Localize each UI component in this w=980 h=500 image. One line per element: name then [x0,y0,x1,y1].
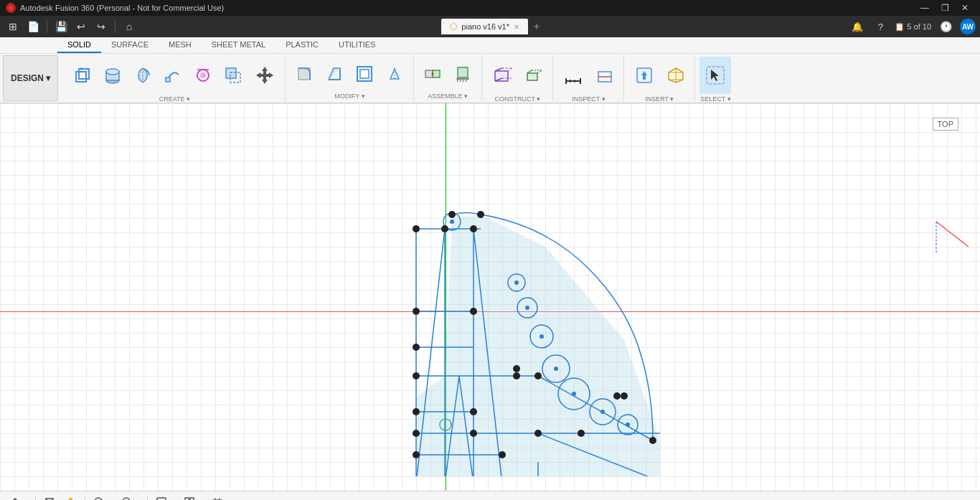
construct-group-label[interactable]: CONSTRUCT [494,95,540,103]
svg-rect-22 [458,67,468,77]
add-tab-button[interactable]: ＋ [528,18,545,35]
sweep-btn[interactable] [159,58,187,93]
svg-point-96 [534,372,542,379]
select-btn[interactable] [699,57,731,94]
inspect-group-label[interactable]: INSPECT [572,95,605,103]
construct-axis-icon [524,65,544,85]
svg-point-90 [477,211,484,218]
move-copy-icon [255,65,275,85]
shell-btn[interactable] [350,57,379,91]
section-analysis-icon [595,65,615,85]
svg-rect-13 [226,68,236,78]
sep2 [115,20,116,33]
maximize-button[interactable]: ❐ [936,0,954,16]
insert-group-label[interactable]: INSERT [645,95,674,103]
group-construct: CONSTRUCT [482,55,553,101]
svg-point-82 [572,392,576,396]
svg-point-6 [106,69,119,75]
ground-icon [453,64,473,84]
design-dropdown[interactable]: DESIGN ▾ [3,55,58,101]
clock-button[interactable]: 🕐 [937,18,954,35]
sketch-canvas [0,103,980,476]
construct-plane-btn[interactable] [486,57,518,94]
mirror-btn[interactable] [189,58,217,93]
svg-rect-9 [166,77,170,82]
new-component-icon [72,65,93,85]
app-title: Autodesk Fusion 360 (Personal - Not for … [20,4,224,12]
revolve-btn[interactable] [128,58,157,93]
ribbon-tabs: SOLID SURFACE MESH SHEET METAL PLASTIC U… [0,37,980,54]
tab-mesh[interactable]: MESH [159,37,202,53]
ground-btn[interactable] [448,57,477,91]
user-avatar[interactable]: AW [960,19,976,34]
measure-btn[interactable] [557,57,589,94]
assemble-group-label[interactable]: ASSEMBLE [428,93,468,100]
svg-point-102 [413,451,420,458]
tab-utilities[interactable]: UTILITIES [329,37,385,53]
design-label: DESIGN ▾ [11,73,50,83]
move-copy-btn[interactable] [249,57,281,94]
active-tab[interactable]: ⬡ piano v16 v1* ✕ [441,19,528,34]
svg-marker-122 [11,498,19,501]
pan-btn[interactable]: ✋ [62,494,80,501]
fillet-btn[interactable] [290,57,319,91]
svg-point-88 [441,225,448,232]
fit-view-btn[interactable] [40,494,59,501]
sep1 [47,20,47,33]
construct-axis-btn[interactable] [519,58,548,93]
svg-point-91 [470,225,477,232]
notifications-button[interactable]: 🔔 [849,18,866,35]
svg-point-97 [413,408,420,415]
create-group-label[interactable]: CREATE [159,95,190,103]
new-component-btn[interactable] [68,58,97,93]
file-icon-btn[interactable]: 📄 [24,18,42,35]
group-create: CREATE [64,55,286,101]
joint-btn[interactable] [418,57,447,91]
chamfer-icon [324,64,344,84]
save-button[interactable]: 💾 [52,18,70,35]
tab-solid[interactable]: SOLID [57,37,101,53]
redo-button[interactable]: ↪ [93,18,110,35]
close-button[interactable]: ✕ [956,0,974,16]
undo-button[interactable]: ↩ [72,18,90,35]
insert-derive-btn[interactable] [628,57,660,94]
zoom-out-btn[interactable]: ▾ [118,494,143,501]
canvas-area[interactable]: TOP [0,103,980,491]
svg-rect-17 [360,70,369,78]
extrude-btn[interactable] [98,58,127,93]
grid-icon-btn[interactable]: ⊞ [4,18,22,35]
minimize-button[interactable]: — [915,0,934,16]
fillet-icon [294,64,314,84]
help-button[interactable]: ? [872,18,889,35]
modify-group-label[interactable]: MODIFY [334,93,364,100]
home-button[interactable]: ⌂ [121,18,138,35]
tab-title: piano v16 v1* [461,22,509,31]
display-mode-btn[interactable]: ▾ [152,494,177,501]
titlebar: Autodesk Fusion 360 (Personal - Not for … [0,0,980,16]
chamfer-btn[interactable] [320,57,349,91]
svg-rect-0 [76,72,86,82]
version-counter: 📋 5 of 10 [895,22,931,32]
tab-close-button[interactable]: ✕ [514,23,519,31]
tab-sheet-metal[interactable]: SHEET METAL [202,37,275,53]
snap-settings-btn[interactable]: ▾ [208,494,233,501]
draft-btn[interactable] [380,57,409,91]
insert-mesh-btn[interactable] [661,58,690,93]
create-tools [68,57,281,94]
tab-surface[interactable]: SURFACE [101,37,159,53]
tab-plastic[interactable]: PLASTIC [275,37,329,53]
joint-icon [423,64,443,84]
svg-point-103 [499,451,506,458]
grid-settings-btn[interactable]: ▾ [180,494,205,501]
svg-point-111 [578,430,585,437]
group-select: SELECT [695,55,735,101]
select-group-label[interactable]: SELECT [700,95,730,103]
svg-point-76 [525,306,529,310]
svg-point-86 [626,423,630,427]
zoom-in-btn[interactable]: ▾ [90,494,115,501]
view-home-btn[interactable]: ▾ [6,494,31,501]
section-analysis-btn[interactable] [590,58,619,93]
inspect-tools [557,57,619,94]
insert-tools [628,57,690,94]
create-more-btn[interactable] [219,58,248,93]
